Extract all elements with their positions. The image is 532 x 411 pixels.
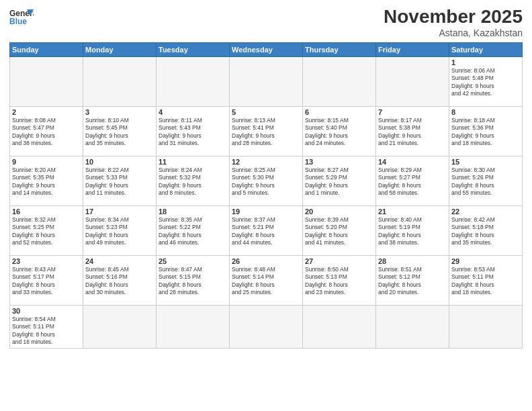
svg-text:Blue: Blue	[9, 17, 27, 26]
day-number: 20	[305, 208, 373, 216]
calendar-row: 16Sunrise: 8:32 AM Sunset: 5:25 PM Dayli…	[10, 205, 523, 255]
table-row: 14Sunrise: 8:29 AM Sunset: 5:27 PM Dayli…	[376, 156, 449, 205]
day-number: 22	[451, 208, 520, 216]
table-row	[303, 305, 376, 348]
day-info: Sunrise: 8:43 AM Sunset: 5:17 PM Dayligh…	[12, 266, 81, 297]
day-info: Sunrise: 8:47 AM Sunset: 5:15 PM Dayligh…	[159, 266, 227, 297]
day-info: Sunrise: 8:11 AM Sunset: 5:43 PM Dayligh…	[159, 117, 227, 148]
header-tuesday: Tuesday	[157, 42, 230, 56]
day-number: 23	[12, 257, 81, 265]
day-number: 16	[12, 208, 81, 216]
header-saturday: Saturday	[449, 42, 523, 56]
table-row: 27Sunrise: 8:50 AM Sunset: 5:13 PM Dayli…	[303, 255, 376, 305]
table-row: 19Sunrise: 8:37 AM Sunset: 5:21 PM Dayli…	[230, 205, 303, 255]
day-number: 14	[378, 158, 447, 166]
day-number: 27	[305, 257, 373, 265]
table-row: 4Sunrise: 8:11 AM Sunset: 5:43 PM Daylig…	[157, 106, 230, 156]
day-info: Sunrise: 8:10 AM Sunset: 5:45 PM Dayligh…	[85, 117, 154, 148]
day-number: 26	[232, 257, 300, 265]
day-info: Sunrise: 8:32 AM Sunset: 5:25 PM Dayligh…	[12, 216, 81, 247]
table-row	[303, 56, 376, 106]
table-row	[10, 56, 83, 106]
day-number: 17	[85, 208, 154, 216]
day-info: Sunrise: 8:42 AM Sunset: 5:18 PM Dayligh…	[451, 216, 520, 247]
table-row: 15Sunrise: 8:30 AM Sunset: 5:26 PM Dayli…	[449, 156, 523, 205]
table-row: 22Sunrise: 8:42 AM Sunset: 5:18 PM Dayli…	[449, 205, 523, 255]
calendar-row: 2Sunrise: 8:08 AM Sunset: 5:47 PM Daylig…	[10, 106, 523, 156]
month-title: November 2025	[384, 7, 523, 28]
day-number: 10	[85, 158, 154, 166]
day-info: Sunrise: 8:39 AM Sunset: 5:20 PM Dayligh…	[305, 216, 373, 247]
day-number: 9	[12, 158, 81, 166]
table-row	[230, 305, 303, 348]
day-info: Sunrise: 8:27 AM Sunset: 5:29 PM Dayligh…	[305, 167, 373, 197]
day-info: Sunrise: 8:06 AM Sunset: 5:48 PM Dayligh…	[451, 67, 520, 98]
day-info: Sunrise: 8:17 AM Sunset: 5:38 PM Dayligh…	[378, 117, 447, 148]
table-row	[449, 305, 523, 348]
day-info: Sunrise: 8:30 AM Sunset: 5:26 PM Dayligh…	[451, 167, 520, 197]
day-info: Sunrise: 8:22 AM Sunset: 5:33 PM Dayligh…	[85, 167, 154, 197]
table-row	[376, 56, 449, 106]
day-number: 2	[12, 108, 81, 116]
table-row: 8Sunrise: 8:18 AM Sunset: 5:36 PM Daylig…	[449, 106, 523, 156]
day-number: 11	[159, 158, 227, 166]
day-info: Sunrise: 8:25 AM Sunset: 5:30 PM Dayligh…	[232, 167, 300, 197]
header-friday: Friday	[376, 42, 449, 56]
table-row	[376, 305, 449, 348]
subtitle: Astana, Kazakhstan	[384, 28, 523, 38]
table-row: 9Sunrise: 8:20 AM Sunset: 5:35 PM Daylig…	[10, 156, 83, 205]
day-number: 25	[159, 257, 227, 265]
day-info: Sunrise: 8:48 AM Sunset: 5:14 PM Dayligh…	[232, 266, 300, 297]
header-monday: Monday	[83, 42, 157, 56]
calendar-row: 9Sunrise: 8:20 AM Sunset: 5:35 PM Daylig…	[10, 156, 523, 205]
day-info: Sunrise: 8:35 AM Sunset: 5:22 PM Dayligh…	[159, 216, 227, 247]
day-number: 28	[378, 257, 447, 265]
calendar-row: 23Sunrise: 8:43 AM Sunset: 5:17 PM Dayli…	[10, 255, 523, 305]
day-number: 4	[159, 108, 227, 116]
day-info: Sunrise: 8:08 AM Sunset: 5:47 PM Dayligh…	[12, 117, 81, 148]
page: General Blue November 2025 Astana, Kazak…	[0, 0, 532, 411]
table-row: 29Sunrise: 8:53 AM Sunset: 5:11 PM Dayli…	[449, 255, 523, 305]
day-info: Sunrise: 8:50 AM Sunset: 5:13 PM Dayligh…	[305, 266, 373, 297]
table-row: 2Sunrise: 8:08 AM Sunset: 5:47 PM Daylig…	[10, 106, 83, 156]
day-info: Sunrise: 8:18 AM Sunset: 5:36 PM Dayligh…	[451, 117, 520, 148]
table-row: 1Sunrise: 8:06 AM Sunset: 5:48 PM Daylig…	[449, 56, 523, 106]
day-number: 6	[305, 108, 373, 116]
header-sunday: Sunday	[10, 42, 83, 56]
table-row: 5Sunrise: 8:13 AM Sunset: 5:41 PM Daylig…	[230, 106, 303, 156]
calendar-row: 1Sunrise: 8:06 AM Sunset: 5:48 PM Daylig…	[10, 56, 523, 106]
day-info: Sunrise: 8:51 AM Sunset: 5:12 PM Dayligh…	[378, 266, 447, 297]
table-row: 30Sunrise: 8:54 AM Sunset: 5:11 PM Dayli…	[10, 305, 83, 348]
day-number: 24	[85, 257, 154, 265]
table-row: 12Sunrise: 8:25 AM Sunset: 5:30 PM Dayli…	[230, 156, 303, 205]
table-row: 13Sunrise: 8:27 AM Sunset: 5:29 PM Dayli…	[303, 156, 376, 205]
day-number: 19	[232, 208, 300, 216]
day-number: 8	[451, 108, 520, 116]
table-row: 6Sunrise: 8:15 AM Sunset: 5:40 PM Daylig…	[303, 106, 376, 156]
title-block: November 2025 Astana, Kazakhstan	[384, 7, 523, 38]
header-thursday: Thursday	[303, 42, 376, 56]
logo: General Blue	[9, 7, 34, 27]
day-info: Sunrise: 8:37 AM Sunset: 5:21 PM Dayligh…	[232, 216, 300, 247]
header-wednesday: Wednesday	[230, 42, 303, 56]
table-row: 21Sunrise: 8:40 AM Sunset: 5:19 PM Dayli…	[376, 205, 449, 255]
table-row: 17Sunrise: 8:34 AM Sunset: 5:23 PM Dayli…	[83, 205, 157, 255]
table-row: 26Sunrise: 8:48 AM Sunset: 5:14 PM Dayli…	[230, 255, 303, 305]
weekday-header-row: Sunday Monday Tuesday Wednesday Thursday…	[10, 42, 523, 56]
table-row: 18Sunrise: 8:35 AM Sunset: 5:22 PM Dayli…	[157, 205, 230, 255]
day-info: Sunrise: 8:34 AM Sunset: 5:23 PM Dayligh…	[85, 216, 154, 247]
table-row: 10Sunrise: 8:22 AM Sunset: 5:33 PM Dayli…	[83, 156, 157, 205]
table-row	[83, 56, 157, 106]
day-number: 15	[451, 158, 520, 166]
header: General Blue November 2025 Astana, Kazak…	[9, 7, 523, 38]
day-number: 18	[159, 208, 227, 216]
table-row: 28Sunrise: 8:51 AM Sunset: 5:12 PM Dayli…	[376, 255, 449, 305]
logo-icon: General Blue	[9, 7, 34, 27]
day-number: 5	[232, 108, 300, 116]
table-row: 7Sunrise: 8:17 AM Sunset: 5:38 PM Daylig…	[376, 106, 449, 156]
table-row: 3Sunrise: 8:10 AM Sunset: 5:45 PM Daylig…	[83, 106, 157, 156]
table-row: 16Sunrise: 8:32 AM Sunset: 5:25 PM Dayli…	[10, 205, 83, 255]
day-number: 29	[451, 257, 520, 265]
day-info: Sunrise: 8:24 AM Sunset: 5:32 PM Dayligh…	[159, 167, 227, 197]
day-info: Sunrise: 8:54 AM Sunset: 5:11 PM Dayligh…	[12, 316, 81, 347]
